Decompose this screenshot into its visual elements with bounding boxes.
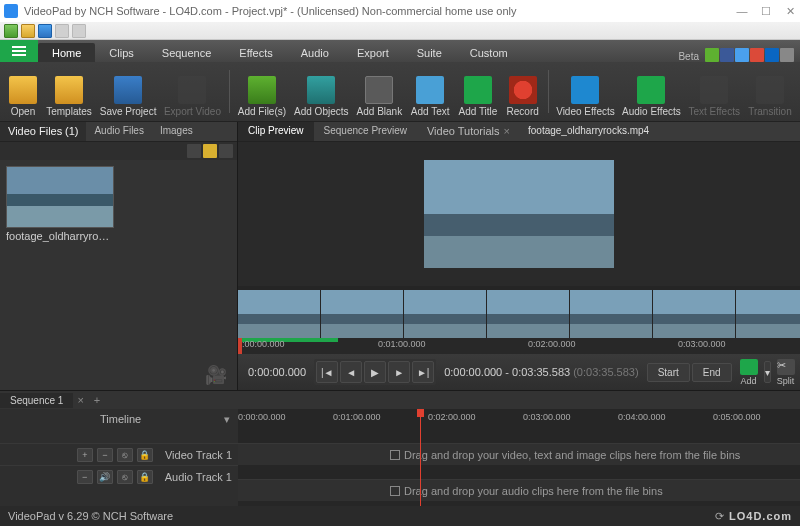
- tab-suite[interactable]: Suite: [403, 43, 456, 62]
- bin-folder-icon[interactable]: [203, 144, 217, 158]
- ruler-mark: :00:00.000: [242, 339, 285, 349]
- chevron-down-icon: ▾: [224, 413, 230, 426]
- add-blank-button[interactable]: Add Blank: [352, 64, 406, 119]
- add-title-button[interactable]: Add Title: [454, 64, 502, 119]
- audio-track-hint: Drag and drop your audio clips here from…: [404, 485, 663, 497]
- tab-clips[interactable]: Clips: [95, 43, 147, 62]
- add-dropdown-button[interactable]: ▾: [764, 361, 771, 383]
- tab-effects[interactable]: Effects: [225, 43, 286, 62]
- video-effects-button[interactable]: Video Effects: [552, 64, 618, 119]
- track-expand-button[interactable]: −: [77, 470, 93, 484]
- track-lock-button[interactable]: 🔒: [137, 448, 153, 462]
- tab-sequence[interactable]: Sequence: [148, 43, 226, 62]
- close-button[interactable]: ✕: [784, 5, 796, 18]
- track-lock-button[interactable]: 🔒: [137, 470, 153, 484]
- audio-track-header[interactable]: − 🔊 ⎋ 🔒 Audio Track 1: [0, 465, 238, 487]
- current-time: 0:00:00.000: [242, 366, 312, 378]
- preview-viewport[interactable]: [238, 142, 800, 286]
- ruler-mark: 0:02:00.000: [428, 412, 476, 422]
- timeline-ruler[interactable]: 0:00:00.000 0:01:00.000 0:02:00.000 0:03…: [238, 409, 800, 429]
- googleplus-icon[interactable]: [750, 48, 764, 62]
- close-icon[interactable]: ×: [504, 125, 510, 137]
- audio-effects-button[interactable]: Audio Effects: [618, 64, 684, 119]
- audio-track-lane[interactable]: Drag and drop your audio clips here from…: [238, 479, 800, 501]
- clip-ruler[interactable]: :00:00.000 0:01:00.000 0:02:00.000 0:03:…: [238, 338, 800, 354]
- add-files-button[interactable]: Add File(s): [234, 64, 291, 119]
- clip-filmstrip[interactable]: [238, 286, 800, 338]
- ruler-mark: 0:04:00.000: [618, 412, 666, 422]
- step-back-button[interactable]: ◄: [340, 361, 362, 383]
- goto-end-button[interactable]: ►|: [412, 361, 434, 383]
- tab-audio[interactable]: Audio: [287, 43, 343, 62]
- app-menu-button[interactable]: [0, 40, 38, 62]
- tab-home[interactable]: Home: [38, 43, 95, 62]
- video-track-lane[interactable]: Drag and drop your video, text and image…: [238, 443, 800, 465]
- ruler-mark: 0:01:00.000: [333, 412, 381, 422]
- linkedin-icon[interactable]: [765, 48, 779, 62]
- video-track-label: Video Track 1: [165, 449, 232, 461]
- split-button[interactable]: ✂Split: [773, 359, 799, 386]
- save-icon: [114, 76, 142, 104]
- open-button[interactable]: Open: [4, 64, 42, 119]
- preview-tab-sequence[interactable]: Sequence Preview: [314, 122, 417, 141]
- set-start-button[interactable]: Start: [647, 363, 690, 382]
- plus-icon: [248, 76, 276, 104]
- blank-icon: [365, 76, 393, 104]
- timeline-tracks-area[interactable]: 0:00:00.000 0:01:00.000 0:02:00.000 0:03…: [238, 409, 800, 506]
- track-fx-button[interactable]: ⎋: [117, 470, 133, 484]
- timeline-mode-dropdown[interactable]: Timeline▾: [0, 409, 238, 429]
- beta-label[interactable]: Beta: [672, 51, 705, 62]
- qat-new-icon[interactable]: [4, 24, 18, 38]
- shapes-icon: [307, 76, 335, 104]
- audio-track-label: Audio Track 1: [165, 471, 232, 483]
- bin-tab-images[interactable]: Images: [152, 122, 201, 141]
- sequence-tabs: Sequence 1 × +: [0, 391, 800, 409]
- sequence-tab[interactable]: Sequence 1: [0, 393, 73, 408]
- tab-custom[interactable]: Custom: [456, 43, 522, 62]
- goto-start-button[interactable]: |◄: [316, 361, 338, 383]
- set-end-button[interactable]: End: [692, 363, 732, 382]
- clip-thumbnail[interactable]: footage_oldharryrocks.: [6, 166, 114, 242]
- qat-save-icon[interactable]: [38, 24, 52, 38]
- close-sequence-button[interactable]: ×: [73, 394, 87, 406]
- templates-button[interactable]: Templates: [42, 64, 96, 119]
- add-objects-button[interactable]: Add Objects: [290, 64, 352, 119]
- filmstrip-frame: [736, 290, 800, 338]
- add-to-sequence-button[interactable]: Add: [736, 359, 762, 386]
- add-sequence-button[interactable]: +: [88, 392, 106, 408]
- step-forward-button[interactable]: ►: [388, 361, 410, 383]
- play-button[interactable]: ▶: [364, 361, 386, 383]
- timeline-playhead[interactable]: [420, 409, 421, 506]
- track-mute-button[interactable]: 🔊: [97, 470, 113, 484]
- bin-tab-video[interactable]: Video Files (1): [0, 122, 86, 141]
- track-fx-button[interactable]: ⎋: [117, 448, 133, 462]
- bin-tabs: Video Files (1) Audio Files Images: [0, 122, 237, 142]
- add-text-button[interactable]: Add Text: [406, 64, 454, 119]
- track-remove-button[interactable]: −: [97, 448, 113, 462]
- qat-undo-icon[interactable]: [55, 24, 69, 38]
- share-icon[interactable]: [705, 48, 719, 62]
- transition-button: Transition: [744, 64, 796, 119]
- record-button[interactable]: Record: [502, 64, 544, 119]
- help-icon[interactable]: [780, 48, 794, 62]
- preview-tab-tutorials[interactable]: Video Tutorials×: [417, 122, 520, 141]
- save-project-button[interactable]: Save Project: [96, 64, 160, 119]
- bin-view-icon[interactable]: [187, 144, 201, 158]
- maximize-button[interactable]: ☐: [760, 5, 772, 18]
- bin-area[interactable]: footage_oldharryrocks. 🎥: [0, 160, 237, 390]
- record-icon: [509, 76, 537, 104]
- bin-menu-icon[interactable]: [219, 144, 233, 158]
- track-add-button[interactable]: +: [77, 448, 93, 462]
- video-track-header[interactable]: + − ⎋ 🔒 Video Track 1: [0, 443, 238, 465]
- qat-open-icon[interactable]: [21, 24, 35, 38]
- preview-filename: footage_oldharryrocks.mp4: [520, 122, 657, 141]
- text-fx-icon: [700, 76, 728, 104]
- bin-tab-audio[interactable]: Audio Files: [86, 122, 151, 141]
- twitter-icon[interactable]: [735, 48, 749, 62]
- preview-tab-clip[interactable]: Clip Preview: [238, 122, 314, 141]
- minimize-button[interactable]: —: [736, 5, 748, 18]
- tab-export[interactable]: Export: [343, 43, 403, 62]
- facebook-icon[interactable]: [720, 48, 734, 62]
- watermark-logo: ⟳ LO4D.com: [715, 510, 792, 523]
- qat-redo-icon[interactable]: [72, 24, 86, 38]
